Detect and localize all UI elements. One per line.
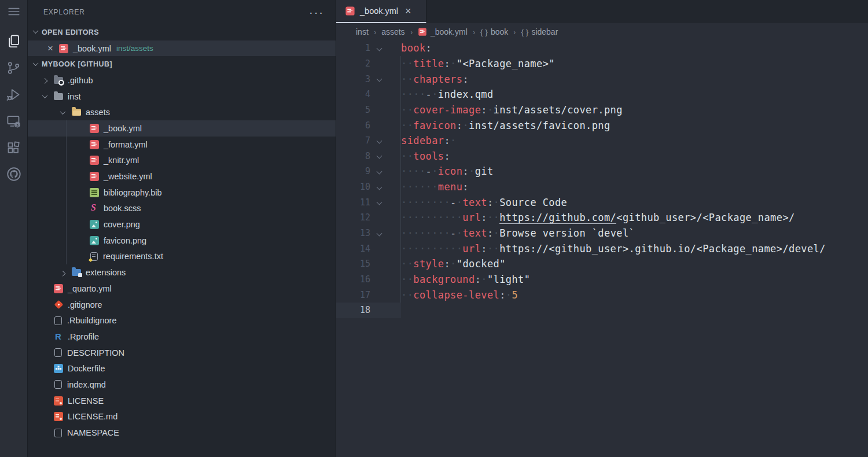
file-name: .github	[68, 76, 93, 85]
line-number: 11	[336, 197, 370, 208]
github-icon[interactable]	[0, 161, 28, 187]
open-editor-item[interactable]: ×_book.ymlinst/assets	[28, 40, 336, 57]
explorer-icon[interactable]	[0, 28, 28, 54]
code-text: sidebar:·	[401, 135, 457, 146]
license-icon	[54, 396, 63, 406]
breadcrumb-item[interactable]: assets	[381, 27, 404, 36]
gutter: 14	[336, 241, 401, 256]
workspace-section-header[interactable]: MYBOOK [GITHUB]	[28, 56, 336, 72]
line-number: 6	[336, 120, 370, 131]
tree-item[interactable]: _book.yml	[28, 120, 336, 137]
file-name: index.qmd	[67, 380, 106, 389]
folder-amber-icon	[72, 109, 81, 116]
fold-chevron-icon[interactable]	[377, 76, 382, 82]
source-control-icon[interactable]	[0, 54, 28, 81]
file-name: requirements.txt	[103, 252, 163, 261]
fold-chevron-icon[interactable]	[377, 230, 382, 236]
chevron-down-icon	[33, 60, 39, 66]
file-name: _book.yml	[73, 44, 111, 53]
code-text: ········-·text:·Browse version `devel`	[401, 227, 635, 239]
close-icon[interactable]: ×	[405, 6, 411, 16]
tree-item[interactable]: .gitignore	[28, 297, 336, 313]
tree-item[interactable]: index.qmd	[28, 377, 336, 393]
file-name: .Rprofile	[68, 332, 99, 341]
code-area[interactable]: 1book:2··title:·"<Package_name>"3··chapt…	[336, 40, 868, 457]
code-line: 3··chapters:	[336, 71, 868, 87]
tree-item[interactable]: bibliography.bib	[28, 185, 336, 201]
fold-chevron-icon[interactable]	[377, 168, 382, 174]
more-actions-icon[interactable]: ···	[306, 9, 328, 15]
tree-item[interactable]: extensions	[28, 264, 336, 281]
tree-item[interactable]: LICENSE.md	[28, 409, 336, 425]
breadcrumb-item[interactable]: inst	[356, 27, 369, 36]
gutter: 15	[336, 256, 401, 272]
code-line: 10······menu:	[336, 179, 868, 195]
code-line: 2··title:·"<Package_name>"	[336, 56, 868, 72]
fold-chevron-icon[interactable]	[377, 200, 382, 205]
gutter: 17	[336, 287, 401, 303]
tree-item[interactable]: cover.png	[28, 216, 336, 233]
folder-gray-icon	[54, 93, 63, 100]
file-name: inst	[68, 92, 81, 101]
braces-icon: { }	[480, 28, 488, 36]
tree-item[interactable]: .github	[28, 72, 336, 89]
file-name: _website.yml	[104, 172, 152, 181]
tree-item[interactable]: Dockerfile	[28, 360, 336, 377]
tree-item[interactable]: _quarto.yml	[28, 281, 336, 297]
tree-item[interactable]: _format.yml	[28, 137, 336, 153]
tree-item[interactable]: favicon.png	[28, 233, 336, 249]
breadcrumb: inst›assets›_book.yml›{ }book›{ }sidebar	[336, 23, 868, 40]
tree-item[interactable]: requirements.txt	[28, 249, 336, 265]
folder-blue-icon	[72, 269, 81, 276]
code-line: 17··collapse-level:·5	[336, 287, 868, 303]
extensions-icon[interactable]	[0, 134, 28, 161]
gutter: 3	[336, 71, 401, 87]
breadcrumb-item[interactable]: _book.yml	[418, 27, 468, 36]
yaml-icon	[54, 284, 63, 293]
code-text: ··········url:··https://<github_user>.gi…	[401, 243, 826, 255]
file-path: inst/assets	[116, 44, 153, 53]
chevron-right-icon	[42, 78, 48, 84]
remote-explorer-icon[interactable]	[0, 108, 28, 134]
fold-chevron-icon[interactable]	[377, 138, 382, 143]
code-text: ··style:·"docked"	[401, 258, 506, 270]
gutter: 11	[336, 194, 401, 210]
tab-label: _book.yml	[360, 6, 398, 16]
fold-chevron-icon[interactable]	[377, 45, 382, 51]
bib-icon	[90, 188, 99, 197]
chevron-down-icon	[33, 28, 39, 34]
file-icon	[54, 348, 62, 357]
menu-icon[interactable]	[0, 0, 28, 23]
run-debug-icon[interactable]	[0, 81, 28, 108]
tree-item[interactable]: LICENSE	[28, 393, 336, 409]
tree-item[interactable]: book.scss	[28, 201, 336, 217]
docker-icon	[54, 364, 63, 373]
file-name: .gitignore	[68, 300, 102, 309]
breadcrumb-item[interactable]: { }book	[480, 27, 508, 36]
img-icon	[90, 236, 99, 245]
chevron-right-icon	[60, 271, 66, 277]
tree-item[interactable]: NAMESPACE	[28, 425, 336, 441]
tree-item[interactable]: _knitr.yml	[28, 153, 336, 169]
gutter: 9	[336, 164, 401, 179]
code-line: 1book:	[336, 40, 868, 56]
indent-guide	[66, 120, 67, 264]
code-text: ··title:·"<Package_name>"	[401, 58, 555, 69]
tree-item[interactable]: inst	[28, 89, 336, 105]
breadcrumb-item[interactable]: { }sidebar	[521, 27, 558, 36]
file-name: Dockerfile	[68, 364, 105, 373]
tree-item[interactable]: _website.yml	[28, 168, 336, 185]
code-text: ····-·icon:·git	[401, 165, 494, 177]
fold-chevron-icon[interactable]	[377, 184, 382, 190]
folder-github-icon	[54, 77, 63, 84]
tree-item[interactable]: .Rbuildignore	[28, 312, 336, 329]
fold-chevron-icon[interactable]	[377, 153, 382, 159]
open-editors-section-header[interactable]: OPEN EDITORS	[28, 24, 336, 40]
close-icon[interactable]: ×	[47, 43, 53, 53]
code-line: 5··cover-image:·inst/assets/cover.png	[336, 102, 868, 118]
tree-item[interactable]: .Rprofile	[28, 329, 336, 345]
tree-item[interactable]: assets	[28, 104, 336, 120]
tab-book-yml[interactable]: _book.yml ×	[336, 0, 426, 23]
vscode-window: EXPLORER ··· OPEN EDITORS ×_book.ymlinst…	[0, 0, 868, 457]
tree-item[interactable]: DESCRIPTION	[28, 345, 336, 361]
